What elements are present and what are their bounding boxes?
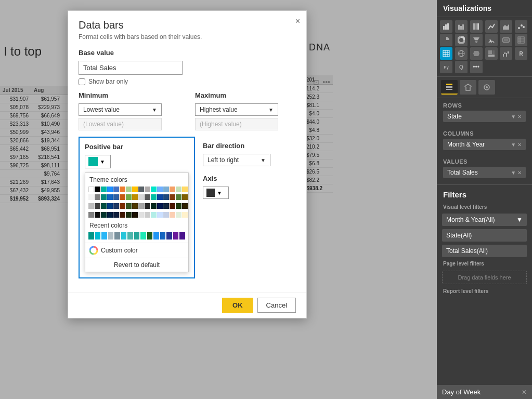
viz-icons-grid[interactable]: R Py Q ••• <box>437 17 532 77</box>
shade-cell[interactable] <box>151 203 157 209</box>
shade-cell[interactable] <box>132 194 138 200</box>
color-cell-light-green[interactable] <box>126 187 132 192</box>
viz-waterfall[interactable] <box>500 47 512 60</box>
color-cell-teal-light[interactable] <box>151 187 157 192</box>
shade-cell[interactable] <box>138 194 144 200</box>
rows-field-pill[interactable]: State ▼ ✕ <box>443 111 526 122</box>
recent-color-cell[interactable] <box>147 232 153 240</box>
shade-cell[interactable] <box>157 203 163 209</box>
shade-cell[interactable] <box>151 194 157 200</box>
positive-bar-color-button[interactable]: ▼ <box>85 155 111 168</box>
viz-filled-map[interactable] <box>470 47 483 60</box>
recent-color-cell[interactable] <box>134 232 140 240</box>
color-cell-blue-light[interactable] <box>157 187 163 192</box>
shade-cell[interactable] <box>138 203 144 209</box>
color-cell-blue-medium[interactable] <box>163 187 169 192</box>
cancel-button[interactable]: Cancel <box>257 298 296 313</box>
viz-funnel-chart[interactable] <box>470 34 483 46</box>
color-cell-green-pale[interactable] <box>176 187 181 192</box>
shade-cell[interactable] <box>113 212 119 218</box>
shade-cell[interactable] <box>163 212 169 218</box>
color-cell-gray-dark[interactable] <box>138 187 144 192</box>
tab-format[interactable] <box>460 80 476 95</box>
values-field-pill[interactable]: Total Sales ▼ ✕ <box>443 167 526 178</box>
filter-state[interactable]: State(All) <box>442 229 527 242</box>
show-bar-only-checkbox[interactable] <box>79 78 85 85</box>
shade-cell[interactable] <box>126 203 132 209</box>
shade-cell[interactable] <box>176 212 181 218</box>
recent-color-cell[interactable] <box>108 232 114 240</box>
recent-color-cell[interactable] <box>160 232 166 240</box>
viz-pie-chart[interactable] <box>440 34 452 46</box>
maximum-dropdown[interactable]: Highest value ▼ <box>195 103 278 116</box>
recent-color-cell[interactable] <box>153 232 159 240</box>
color-cell-peach[interactable] <box>170 187 175 192</box>
shade-cell[interactable] <box>126 212 132 218</box>
shade-cell[interactable] <box>176 203 181 209</box>
viz-scatter-chart[interactable] <box>515 20 527 33</box>
shade-cell[interactable] <box>182 194 188 200</box>
minimum-dropdown[interactable]: Lowest value ▼ <box>79 103 162 116</box>
shade-cell[interactable] <box>163 194 169 200</box>
shade-cell[interactable] <box>95 203 100 209</box>
recent-color-cell[interactable] <box>166 232 172 240</box>
recent-color-cell[interactable] <box>95 232 101 240</box>
color-cell-gold[interactable] <box>132 187 138 192</box>
shade-cell[interactable] <box>145 203 150 209</box>
shade-cell[interactable] <box>120 194 125 200</box>
viz-100pct-bar[interactable] <box>470 20 483 33</box>
shade-cell[interactable] <box>88 194 94 200</box>
viz-matrix[interactable] <box>440 47 452 60</box>
color-cell-steel-blue[interactable] <box>113 187 119 192</box>
recent-color-cell[interactable] <box>173 232 179 240</box>
axis-color-button[interactable]: ▼ <box>203 187 229 199</box>
shade-cell[interactable] <box>120 203 125 209</box>
shade-cell[interactable] <box>95 212 100 218</box>
shade-cell[interactable] <box>101 212 107 218</box>
recent-color-cell[interactable] <box>127 232 133 240</box>
shade-cell[interactable] <box>120 212 125 218</box>
shade-cell[interactable] <box>101 203 107 209</box>
tab-fields[interactable] <box>441 80 458 95</box>
color-cell-yellow[interactable] <box>182 187 188 192</box>
shade-cell[interactable] <box>126 194 132 200</box>
shade-cell[interactable] <box>170 203 175 209</box>
recent-color-cell[interactable] <box>140 232 146 240</box>
color-cell-blue[interactable] <box>107 187 113 192</box>
shade-cell[interactable] <box>157 212 163 218</box>
shade-cell[interactable] <box>88 203 94 209</box>
color-cell-teal[interactable] <box>101 187 107 192</box>
viz-qa[interactable]: Q <box>455 61 468 73</box>
viz-python[interactable]: Py <box>440 61 452 73</box>
drag-fields-area[interactable]: Drag data fields here <box>442 271 527 284</box>
recent-color-cell[interactable] <box>179 232 185 240</box>
revert-default-button[interactable]: Revert to default <box>85 258 188 272</box>
shade-cell[interactable] <box>113 194 119 200</box>
shade-cell[interactable] <box>163 203 169 209</box>
viz-area-chart[interactable] <box>500 20 512 33</box>
recent-color-cell[interactable] <box>88 232 94 240</box>
viz-treemap[interactable] <box>485 47 498 60</box>
shade-cell[interactable] <box>151 212 157 218</box>
shade-cell[interactable] <box>113 203 119 209</box>
dialog-close-button[interactable]: × <box>295 17 300 25</box>
recent-color-cell[interactable] <box>114 232 120 240</box>
color-cell-white[interactable] <box>88 187 94 192</box>
filter-month-year[interactable]: Month & Year(All) ▼ <box>442 214 527 226</box>
viz-table[interactable] <box>515 34 527 46</box>
shade-cell[interactable] <box>145 194 150 200</box>
recent-color-cell[interactable] <box>121 232 127 240</box>
shade-cell[interactable] <box>170 194 175 200</box>
shade-cell[interactable] <box>101 194 107 200</box>
tab-analytics[interactable] <box>478 80 495 95</box>
day-of-week-filter[interactable]: Day of Week ✕ <box>437 385 532 399</box>
viz-bar-chart[interactable] <box>440 20 452 33</box>
shade-cell[interactable] <box>95 194 100 200</box>
base-value-input[interactable] <box>79 61 183 75</box>
shade-cell[interactable] <box>145 212 150 218</box>
shade-cell[interactable] <box>88 212 94 218</box>
color-cell-gray-mid[interactable] <box>145 187 150 192</box>
filter-total-sales[interactable]: Total Sales(All) <box>442 245 527 257</box>
recent-color-cell[interactable] <box>101 232 107 240</box>
shade-cell[interactable] <box>176 194 181 200</box>
